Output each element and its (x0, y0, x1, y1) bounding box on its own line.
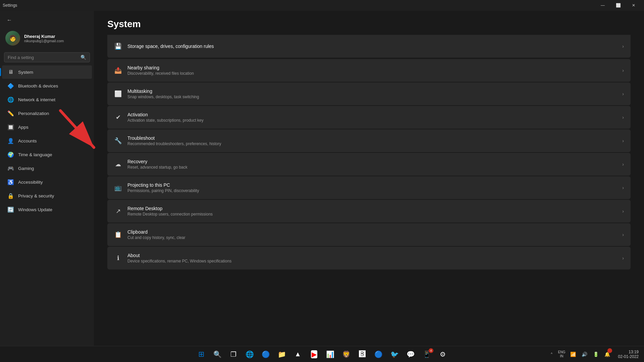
settings-icon-troubleshoot: 🔧 (114, 137, 122, 145)
user-profile[interactable]: 🧑 Dheeraj Kumar nikunpubg1@gmail.com (0, 27, 94, 51)
settings-title-storage: Storage space, drives, configuration rul… (127, 44, 617, 49)
sidebar-item-accessibility[interactable]: ♿ Accessibility (2, 175, 92, 189)
sidebar-item-personalization[interactable]: ✏️ Personalization (2, 107, 92, 120)
settings-icon-activation: ✔ (114, 113, 122, 121)
nav-label-bluetooth: Bluetooth & devices (18, 83, 58, 88)
taskbar-app-chrome[interactable]: 🔵 (258, 347, 273, 362)
edge-icon: 🌐 (246, 350, 254, 358)
settings-desc-activation: Activation state, subscriptions, product… (127, 118, 617, 123)
nav-label-accounts: Accounts (18, 138, 37, 143)
taskbar-right: ^ ENG IN 📶 🔊 🔋 🔔 13:19 02-01-2022 (548, 347, 641, 362)
settings-icon-projecting: 📺 (114, 184, 122, 192)
nav-label-update: Windows Update (18, 207, 52, 212)
tray-sound[interactable]: 🔊 (579, 347, 590, 362)
settings-title-recovery: Recovery (127, 159, 617, 164)
settings-item-recovery[interactable]: ☁ Recovery Reset, advanced startup, go b… (107, 153, 631, 176)
settings-title-about: About (127, 253, 617, 258)
taskview-icon: ❐ (230, 350, 236, 358)
settings-arrow-storage: › (622, 44, 624, 49)
taskbar-app-search[interactable]: 🔍 (210, 347, 225, 362)
browser2-icon: 🔵 (374, 350, 383, 358)
sidebar-item-gaming[interactable]: 🎮 Gaming (2, 162, 92, 175)
settings-item-clipboard[interactable]: 📋 Clipboard Cut and copy history, sync, … (107, 223, 631, 246)
taskbar-app-start[interactable]: ⊞ (194, 347, 209, 362)
settings-item-projecting[interactable]: 📺 Projecting to this PC Permissions, pai… (107, 176, 631, 199)
settings-desc-remote-desktop: Remote Desktop users, connection permiss… (127, 212, 617, 217)
sidebar-item-bluetooth[interactable]: 🔷 Bluetooth & devices (2, 79, 92, 93)
user-info: Dheeraj Kumar nikunpubg1@gmail.com (24, 34, 64, 43)
app-container: ← 🧑 Dheeraj Kumar nikunpubg1@gmail.com 🔍… (0, 11, 644, 362)
settings-app-icon: ⚙ (440, 350, 446, 358)
tray-wifi[interactable]: 📶 (568, 347, 579, 362)
tray-lang[interactable]: ENG IN (556, 347, 567, 362)
settings-item-nearby-sharing[interactable]: 📤 Nearby sharing Discoverability, receiv… (107, 59, 631, 82)
nav-icon-network: 🌐 (7, 96, 14, 103)
nav-icon-system: 🖥 (7, 69, 14, 75)
taskbar-app-taskview[interactable]: ❐ (226, 347, 241, 362)
settings-title-remote-desktop: Remote Desktop (127, 206, 617, 211)
settings-icon-clipboard: 📋 (114, 231, 122, 239)
settings-item-remote-desktop[interactable]: ↗ Remote Desktop Remote Desktop users, c… (107, 200, 631, 223)
settings-icon-multitasking: ⬜ (114, 90, 122, 98)
nav-label-gaming: Gaming (18, 166, 34, 171)
minimize-button[interactable]: — (595, 0, 610, 11)
search-icon[interactable]: 🔍 (80, 55, 86, 60)
nav-label-personalization: Personalization (18, 111, 49, 116)
taskbar-app-drive[interactable]: ▲ (290, 347, 305, 362)
settings-icon-about: ℹ (114, 254, 122, 262)
sheets-icon: 📊 (326, 350, 334, 358)
title-bar-title: Settings (3, 3, 17, 8)
bit-icon: 🅱 (359, 350, 366, 358)
notification-badge-count (607, 348, 612, 353)
taskbar-app-sheets[interactable]: 📊 (323, 347, 337, 362)
taskbar-app-edge[interactable]: 🌐 (242, 347, 257, 362)
maximize-button[interactable]: ⬜ (610, 0, 626, 11)
show-hidden-tray-button[interactable]: ^ (548, 347, 556, 362)
taskbar-app-browser2[interactable]: 🔵 (371, 347, 386, 362)
settings-item-multitasking[interactable]: ⬜ Multitasking Snap windows, desktops, t… (107, 82, 631, 105)
search-box[interactable]: 🔍 (4, 52, 90, 62)
sidebar-item-time[interactable]: 🌍 Time & language (2, 148, 92, 161)
settings-icon-recovery: ☁ (114, 160, 122, 168)
taskbar-app-brave[interactable]: 🦁 (339, 347, 354, 362)
nav-icon-accessibility: ♿ (7, 179, 14, 185)
nav-label-system: System (18, 70, 33, 75)
settings-item-about[interactable]: ℹ About Device specifications, rename PC… (107, 247, 631, 269)
clock-date: 02-01-2022 (618, 354, 639, 359)
taskbar-app-whatsapp[interactable]: 📱 4 (419, 347, 434, 362)
avatar-image: 🧑 (5, 31, 20, 46)
settings-item-troubleshoot[interactable]: 🔧 Troubleshoot Recommended troubleshoote… (107, 129, 631, 152)
nav-icon-bluetooth: 🔷 (7, 82, 14, 89)
nav-label-time: Time & language (18, 152, 52, 157)
settings-arrow-projecting: › (622, 185, 624, 190)
sidebar-item-apps[interactable]: 🔲 Apps (2, 120, 92, 134)
settings-title-projecting: Projecting to this PC (127, 182, 617, 188)
settings-title-activation: Activation (127, 112, 617, 117)
taskbar-app-settings-app[interactable]: ⚙ (435, 347, 450, 362)
sidebar-item-privacy[interactable]: 🔒 Privacy & security (2, 189, 92, 202)
taskbar-app-twitter[interactable]: 🐦 (387, 347, 402, 362)
settings-item-storage[interactable]: 💾 Storage space, drives, configuration r… (107, 35, 631, 58)
taskbar-app-discord[interactable]: 💬 (403, 347, 418, 362)
settings-arrow-nearby-sharing: › (622, 68, 624, 73)
settings-title-nearby-sharing: Nearby sharing (127, 65, 617, 70)
close-button[interactable]: ✕ (626, 0, 641, 11)
settings-item-activation[interactable]: ✔ Activation Activation state, subscript… (107, 106, 631, 129)
sidebar-item-network[interactable]: 🌐 Network & internet (2, 93, 92, 106)
settings-arrow-remote-desktop: › (622, 208, 624, 214)
taskbar-app-fileexplorer[interactable]: 📁 (274, 347, 289, 362)
tray-notification[interactable]: 🔔 (602, 347, 613, 362)
sidebar-item-update[interactable]: 🔄 Windows Update (2, 203, 92, 216)
settings-list: 💾 Storage space, drives, configuration r… (107, 35, 631, 269)
tray-battery[interactable]: 🔋 (591, 347, 601, 362)
search-input[interactable] (8, 55, 80, 60)
clock-area[interactable]: 13:19 02-01-2022 (615, 347, 641, 362)
taskbar: ⊞🔍❐🌐🔵📁▲▶📊🦁🅱🔵🐦💬📱 4⚙ ^ ENG IN 📶 🔊 🔋 🔔 13:1… (0, 346, 644, 362)
settings-desc-multitasking: Snap windows, desktops, task switching (127, 95, 617, 99)
sidebar-item-system[interactable]: 🖥 System (2, 65, 92, 79)
nav-icon-update: 🔄 (7, 206, 14, 213)
taskbar-app-youtube[interactable]: ▶ (307, 347, 321, 362)
sidebar-item-accounts[interactable]: 👤 Accounts (2, 134, 92, 147)
back-button[interactable]: ← (4, 15, 15, 25)
taskbar-app-bit[interactable]: 🅱 (355, 347, 370, 362)
